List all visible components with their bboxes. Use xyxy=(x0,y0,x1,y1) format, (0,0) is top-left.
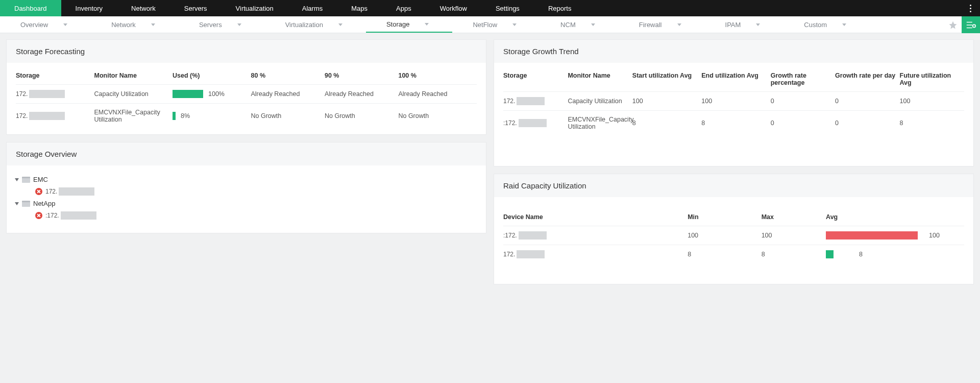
col-future: Future utilization Avg xyxy=(900,66,965,92)
subnav-label: Custom xyxy=(804,21,827,29)
chevron-down-icon xyxy=(237,23,241,26)
sub-nav: Overview Network Servers Virtualization … xyxy=(0,16,980,33)
folder-icon xyxy=(22,201,30,207)
panel-storage-overview: Storage Overview EMC 172. xyxy=(6,142,486,233)
forecasting-table: Storage Monitor Name Used (%) 80 % 90 % … xyxy=(16,66,477,128)
subnav-label: Virtualization xyxy=(285,21,323,29)
col-storage: Storage xyxy=(503,66,568,92)
subnav-overview[interactable]: Overview xyxy=(0,16,91,33)
kebab-icon xyxy=(970,5,971,12)
dashboard-content: Storage Forecasting Storage Monitor Name… xyxy=(0,33,980,291)
cell-100: Already Reached xyxy=(398,85,477,104)
nav-alarms[interactable]: Alarms xyxy=(288,0,337,16)
subnav-network[interactable]: Network xyxy=(91,16,179,33)
nav-dashboard[interactable]: Dashboard xyxy=(0,0,61,16)
cell-pct: 0 xyxy=(771,92,835,111)
add-widget-button[interactable] xyxy=(962,16,980,33)
subnav-label: Overview xyxy=(20,21,48,29)
col-growthday: Growth rate per day xyxy=(835,66,899,92)
subnav-label: IPAM xyxy=(725,21,741,29)
star-icon xyxy=(948,20,958,30)
subnav-netflow[interactable]: NetFlow xyxy=(452,16,540,33)
subnav-ncm[interactable]: NCM xyxy=(540,16,619,33)
table-row[interactable]: :172. 100 100 100 xyxy=(503,226,964,245)
tree-leaf[interactable]: :172. xyxy=(35,209,478,222)
cell-start: 8 xyxy=(632,111,701,136)
cell-perday: 0 xyxy=(835,111,899,136)
tree-node-netapp[interactable]: NetApp xyxy=(15,198,478,209)
col-device: Device Name xyxy=(503,207,688,226)
subnav-label: Servers xyxy=(199,21,222,29)
growth-table: Storage Monitor Name Start utilization A… xyxy=(503,66,964,135)
subnav-storage[interactable]: Storage xyxy=(366,16,453,33)
col-end: End utilization Avg xyxy=(701,66,770,92)
table-row[interactable]: :172. EMCVNXFile_Capacity Utilization 8 … xyxy=(503,111,964,136)
raid-bar: 8 xyxy=(826,250,960,258)
top-nav: Dashboard Inventory Network Servers Virt… xyxy=(0,0,980,16)
left-column: Storage Forecasting Storage Monitor Name… xyxy=(6,39,486,284)
col-growthpct: Growth rate percentage xyxy=(771,66,835,92)
cell-max: 100 xyxy=(762,226,826,245)
storage-ip: 172. xyxy=(16,112,65,120)
cell-min: 8 xyxy=(688,245,761,264)
tree-node-emc[interactable]: EMC xyxy=(15,174,478,185)
subnav-servers[interactable]: Servers xyxy=(179,16,265,33)
raid-bar: 100 xyxy=(826,231,960,240)
subnav-ipam[interactable]: IPAM xyxy=(705,16,784,33)
add-widget-icon xyxy=(965,19,976,31)
device-ip: :172. xyxy=(503,231,547,240)
table-row[interactable]: 172. Capacity Utilization 100% Already R… xyxy=(16,85,477,104)
tree-leaf[interactable]: 172. xyxy=(35,185,478,198)
subnav-virtualization[interactable]: Virtualization xyxy=(265,16,366,33)
col-start: Start utilization Avg xyxy=(632,66,701,92)
storage-ip: 172. xyxy=(503,97,545,105)
nav-virtualization[interactable]: Virtualization xyxy=(222,0,288,16)
monitor-name: EMCVNXFile_Capacity Utilization xyxy=(94,104,173,129)
chevron-down-icon xyxy=(677,23,681,26)
subnav-custom[interactable]: Custom xyxy=(783,16,870,33)
storage-ip: :172. xyxy=(503,119,547,127)
utilization-bar: 8% xyxy=(173,112,247,120)
nav-reports[interactable]: Reports xyxy=(534,0,586,16)
cell-future: 8 xyxy=(900,111,965,136)
panel-raid-capacity: Raid Capacity Utilization Device Name Mi… xyxy=(494,174,974,284)
nav-workflow[interactable]: Workflow xyxy=(426,0,481,16)
table-row[interactable]: 172. 8 8 8 xyxy=(503,245,964,264)
nav-apps[interactable]: Apps xyxy=(382,0,426,16)
panel-storage-forecasting: Storage Forecasting Storage Monitor Name… xyxy=(6,39,486,135)
table-row[interactable]: 172. EMCVNXFile_Capacity Utilization 8% … xyxy=(16,104,477,129)
error-icon xyxy=(35,188,42,195)
monitor-name: Capacity Utilization xyxy=(94,85,173,104)
col-used: Used (%) xyxy=(173,66,251,85)
more-menu-button[interactable] xyxy=(964,0,977,16)
col-100: 100 % xyxy=(398,66,477,85)
chevron-down-icon xyxy=(591,23,595,26)
subnav-label: NetFlow xyxy=(473,21,497,29)
raid-table: Device Name Min Max Avg :172. 100 100 10… xyxy=(503,207,964,264)
nav-maps[interactable]: Maps xyxy=(337,0,382,16)
col-min: Min xyxy=(688,207,761,226)
monitor-name: Capacity Utilization xyxy=(568,92,632,111)
cell-100: No Growth xyxy=(398,104,477,129)
cell-perday: 0 xyxy=(835,92,899,111)
tree-ip: :172. xyxy=(45,211,96,220)
table-row[interactable]: 172. Capacity Utilization 100 100 0 0 10… xyxy=(503,92,964,111)
chevron-down-icon xyxy=(63,23,67,26)
chevron-down-icon xyxy=(151,23,155,26)
storage-ip: 172. xyxy=(16,90,65,98)
tree-label: EMC xyxy=(33,176,48,183)
nav-inventory[interactable]: Inventory xyxy=(61,0,117,16)
utilization-bar: 100% xyxy=(173,90,247,98)
nav-settings[interactable]: Settings xyxy=(481,0,534,16)
subnav-firewall[interactable]: Firewall xyxy=(619,16,705,33)
col-80: 80 % xyxy=(251,66,325,85)
nav-servers[interactable]: Servers xyxy=(170,0,222,16)
cell-90: Already Reached xyxy=(325,85,398,104)
favorite-button[interactable] xyxy=(944,16,962,33)
nav-network[interactable]: Network xyxy=(117,0,170,16)
tree-toggle-icon xyxy=(15,178,19,181)
cell-80: No Growth xyxy=(251,104,325,129)
cell-pct: 0 xyxy=(771,111,835,136)
subnav-label: Storage xyxy=(386,20,410,28)
storage-tree: EMC 172. NetApp xyxy=(7,169,486,227)
